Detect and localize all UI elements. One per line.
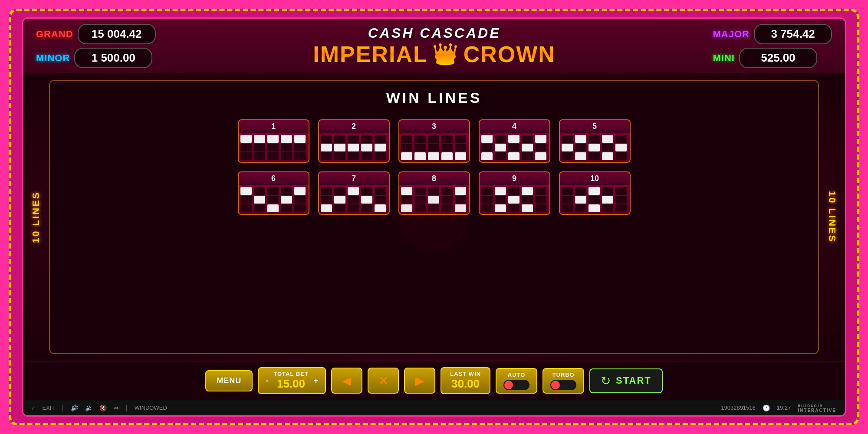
sound-low-icon[interactable]: 🔉 bbox=[85, 404, 92, 411]
menu-button[interactable]: MENU bbox=[205, 370, 253, 391]
cell bbox=[535, 187, 546, 195]
windowed-label[interactable]: WINDOWED bbox=[135, 404, 167, 411]
cell bbox=[441, 144, 453, 151]
crown-icon: 👑 bbox=[432, 42, 459, 66]
cell bbox=[267, 135, 279, 143]
cell bbox=[508, 196, 519, 204]
total-bet-minus-button[interactable]: - bbox=[266, 376, 268, 385]
cell bbox=[522, 187, 533, 195]
start-label: START bbox=[616, 375, 651, 386]
jackpot-major: MAJOR 3 754.42 bbox=[713, 24, 832, 44]
auto-label: AUTO bbox=[503, 372, 529, 378]
cell bbox=[455, 152, 466, 160]
total-bet-plus-button[interactable]: + bbox=[314, 376, 319, 385]
cell bbox=[615, 196, 627, 204]
clock-icon: 🕐 bbox=[763, 404, 770, 411]
win-lines-row-2: 6 bbox=[238, 171, 631, 215]
sound-off-icon[interactable]: 🔇 bbox=[99, 404, 107, 411]
cell bbox=[495, 196, 506, 204]
win-line-card-1: 1 bbox=[238, 119, 309, 163]
cell bbox=[589, 187, 600, 195]
win-line-card-4: 4 bbox=[479, 119, 550, 163]
cell bbox=[240, 204, 252, 212]
close-button[interactable]: ✕ bbox=[368, 368, 399, 394]
cell bbox=[575, 152, 586, 160]
jackpot-grand: GRAND 15 004.42 bbox=[36, 24, 156, 44]
win-line-number-8: 8 bbox=[399, 172, 469, 185]
next-button[interactable]: ▶ bbox=[404, 368, 435, 394]
cell bbox=[562, 135, 573, 143]
prev-icon: ◀ bbox=[342, 374, 351, 388]
win-lines-grid: 1 bbox=[238, 119, 631, 215]
cell bbox=[348, 144, 359, 151]
cell bbox=[321, 144, 332, 151]
turbo-label: TURBO bbox=[550, 372, 576, 378]
cell bbox=[535, 196, 546, 204]
cell bbox=[589, 144, 600, 151]
cell bbox=[522, 135, 533, 143]
turbo-toggle[interactable]: TURBO bbox=[542, 368, 584, 394]
grand-value: 15 004.42 bbox=[78, 24, 156, 44]
cell bbox=[441, 196, 453, 204]
win-line-grid-10 bbox=[560, 185, 630, 214]
cell bbox=[508, 187, 519, 195]
cell bbox=[455, 196, 466, 204]
cell bbox=[334, 187, 345, 195]
status-left: ⌂ EXIT | 🔊 🔉 🔇 ⇔ | WINDOWED bbox=[32, 404, 167, 412]
cell bbox=[294, 144, 306, 151]
cell bbox=[562, 196, 573, 204]
win-line-number-7: 7 bbox=[319, 172, 389, 185]
cell bbox=[401, 204, 412, 212]
cell bbox=[321, 187, 332, 195]
cell bbox=[562, 144, 573, 151]
exit-label[interactable]: EXIT bbox=[42, 404, 55, 411]
status-time: 19:27 bbox=[777, 404, 791, 411]
win-line-card-7: 7 bbox=[318, 171, 390, 215]
cell bbox=[348, 152, 359, 160]
status-bar: ⌂ EXIT | 🔊 🔉 🔇 ⇔ | WINDOWED 19032891516 … bbox=[23, 400, 845, 415]
start-button[interactable]: ↻ START bbox=[589, 368, 663, 393]
cell bbox=[267, 187, 279, 195]
cell bbox=[267, 204, 279, 212]
cell bbox=[375, 204, 386, 212]
cell bbox=[615, 204, 627, 212]
win-line-grid-3 bbox=[399, 133, 469, 162]
win-line-number-6: 6 bbox=[239, 172, 309, 185]
cell bbox=[481, 187, 493, 195]
home-icon[interactable]: ⌂ bbox=[32, 404, 35, 411]
cell bbox=[348, 135, 359, 143]
cell bbox=[441, 135, 453, 143]
cell bbox=[334, 152, 345, 160]
cell bbox=[589, 152, 600, 160]
auto-toggle[interactable]: AUTO bbox=[496, 368, 537, 394]
win-line-number-5: 5 bbox=[560, 120, 630, 133]
cell bbox=[281, 135, 292, 143]
cell bbox=[428, 187, 439, 195]
total-bet-label: TOTAL BET bbox=[273, 371, 309, 377]
win-line-grid-4 bbox=[480, 133, 549, 162]
cell bbox=[414, 135, 426, 143]
cell bbox=[401, 196, 412, 204]
cell bbox=[481, 204, 493, 212]
brand-sub: INTERACTIVE bbox=[798, 408, 836, 413]
outer-border: GRAND 15 004.42 MINOR 1 500.00 CASH CASC… bbox=[9, 9, 859, 425]
cell bbox=[375, 135, 386, 143]
cell bbox=[522, 204, 533, 212]
cell bbox=[267, 196, 279, 204]
win-line-number-1: 1 bbox=[239, 120, 309, 133]
auto-dot bbox=[504, 381, 513, 389]
cell bbox=[401, 152, 412, 160]
cell bbox=[401, 135, 412, 143]
cell bbox=[254, 135, 265, 143]
settings-icon[interactable]: ⇔ bbox=[114, 404, 119, 411]
sound-on-icon[interactable]: 🔊 bbox=[71, 404, 78, 411]
cell bbox=[535, 144, 546, 151]
cell bbox=[522, 152, 533, 160]
prev-button[interactable]: ◀ bbox=[331, 368, 362, 394]
cell bbox=[481, 152, 493, 160]
cell bbox=[495, 135, 506, 143]
cell bbox=[428, 204, 439, 212]
win-line-card-10: 10 bbox=[559, 171, 631, 215]
win-line-number-4: 4 bbox=[480, 120, 549, 133]
cell bbox=[334, 135, 345, 143]
